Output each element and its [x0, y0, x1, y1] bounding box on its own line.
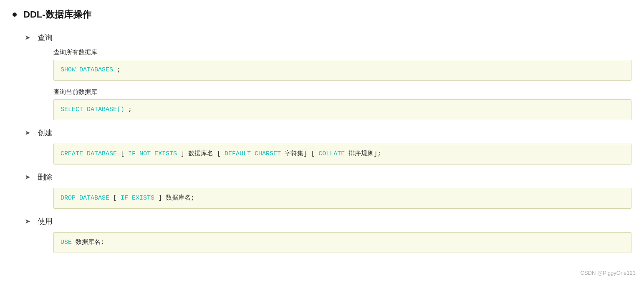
arrow-icon-query: ➤	[25, 34, 30, 41]
select-database-code: SELECT DATABASE() ;	[53, 99, 631, 120]
show-databases-code: SHOW DATABASES ;	[53, 60, 631, 81]
kw-select-database: SELECT DATABASE()	[61, 106, 124, 113]
drop-database-code: DROP DATABASE [ IF EXISTS ] 数据库名;	[53, 188, 631, 209]
arrow-icon-drop: ➤	[25, 174, 30, 180]
select-database-label: 查询当前数据库	[53, 88, 631, 96]
sub-section-use-database: USE 数据库名;	[53, 232, 631, 253]
arrow-icon-use: ➤	[25, 218, 30, 225]
bullet-icon	[13, 13, 17, 17]
section-drop-header: ➤ 删除	[25, 172, 631, 182]
plain-dbname-2: ] 数据库名;	[154, 195, 194, 202]
sub-section-select-database: 查询当前数据库 SELECT DATABASE() ;	[53, 88, 631, 120]
kw-use: USE	[61, 239, 72, 246]
kw-if-not-exists: IF NOT EXISTS	[128, 150, 177, 157]
plain-collate: 排序规则];	[345, 150, 381, 157]
section-drop-title: 删除	[38, 172, 53, 182]
kw-show-databases: SHOW DATABASES	[61, 66, 113, 73]
section-create-title: 创建	[38, 128, 53, 138]
watermark: CSDN @PiggyOne123	[581, 270, 636, 276]
sub-section-show-databases: 查询所有数据库 SHOW DATABASES ;	[53, 48, 631, 81]
plain-dbname-1: ] 数据库名 [	[177, 150, 225, 157]
section-query-header: ➤ 查询	[25, 33, 631, 43]
sub-section-drop-database: DROP DATABASE [ IF EXISTS ] 数据库名;	[53, 188, 631, 209]
create-database-code: CREATE DATABASE [ IF NOT EXISTS ] 数据库名 […	[53, 144, 631, 165]
plain-bracket-2: [	[109, 195, 121, 202]
show-databases-label: 查询所有数据库	[53, 48, 631, 56]
sections-container: ➤ 查询 查询所有数据库 SHOW DATABASES ; 查询当前数据库 SE…	[25, 33, 631, 253]
kw-drop-database: DROP DATABASE	[61, 195, 109, 202]
main-title-text: DDL-数据库操作	[23, 8, 91, 21]
kw-if-exists: IF EXISTS	[121, 195, 154, 202]
arrow-icon-create: ➤	[25, 129, 30, 136]
section-query-title: 查询	[38, 33, 53, 43]
plain-semicolon-2: ;	[124, 106, 132, 113]
plain-semicolon-1: ;	[113, 66, 121, 73]
plain-charset: 字符集] [	[281, 150, 318, 157]
section-use-title: 使用	[38, 216, 53, 226]
section-create-header: ➤ 创建	[25, 128, 631, 138]
kw-create-database: CREATE DATABASE	[61, 150, 117, 157]
plain-dbname-3: 数据库名;	[72, 239, 104, 246]
use-database-code: USE 数据库名;	[53, 232, 631, 253]
main-title: DDL-数据库操作	[13, 8, 631, 21]
sub-section-create-database: CREATE DATABASE [ IF NOT EXISTS ] 数据库名 […	[53, 144, 631, 165]
kw-default-charset: DEFAULT CHARSET	[225, 150, 281, 157]
kw-collate: COLLATE	[318, 150, 345, 157]
plain-bracket-1: [	[117, 150, 128, 157]
section-use-header: ➤ 使用	[25, 216, 631, 226]
